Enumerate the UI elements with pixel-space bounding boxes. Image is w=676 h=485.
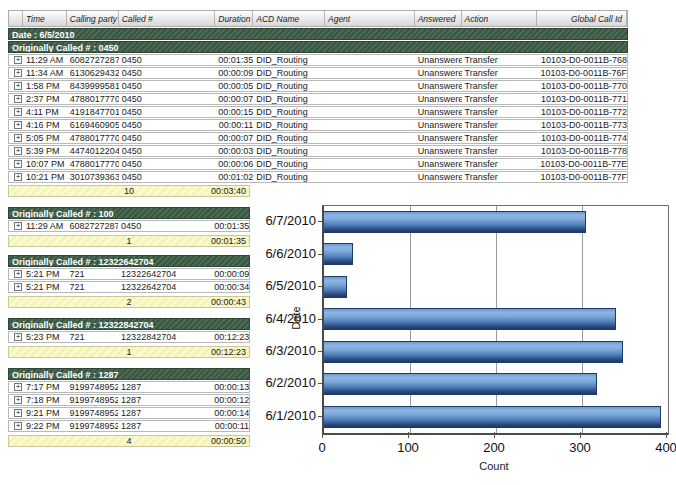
y-axis-tick [318,416,322,417]
expand-icon[interactable]: + [14,409,22,417]
expand-cell: + [9,282,23,292]
expand-cell: + [9,107,23,117]
expand-cell: + [9,408,23,418]
column-header-answered[interactable]: Answered [415,11,462,26]
column-header-acd-name[interactable]: ACD Name [253,11,325,26]
table-row: +10:07 PM4788017770045000:00:06DID_Routi… [8,158,628,170]
expand-icon[interactable]: + [14,283,22,291]
cell-called: 0450 [119,107,216,117]
x-axis-tick-label: 300 [569,440,591,455]
expand-icon[interactable]: + [14,270,22,278]
cell-time: 5:39 PM [23,146,67,156]
summary-duration: 00:03:40 [211,187,246,196]
expand-icon[interactable]: + [14,82,22,90]
table-row: +9:21 PM9199748952128700:00:14 [8,407,250,419]
y-axis-tick [318,254,322,255]
cell-duration: 00:00:05 [215,81,253,91]
expand-icon[interactable]: + [14,333,22,341]
cell-action: Transfer [462,55,538,65]
x-axis-tick [322,432,323,438]
cell-acd-name: DID_Routing [253,107,325,117]
cell-answered: Unanswered [415,55,462,65]
summary-row: 100:12:23 [8,346,250,358]
x-axis-tick-label: 0 [318,440,325,455]
column-header-duration[interactable]: Duration [215,11,253,26]
chart-bar[interactable] [324,406,661,428]
cell-answered: Unanswered [415,172,462,182]
chart-bar[interactable] [324,308,616,330]
cell-time: 1:58 PM [23,81,67,91]
expand-icon[interactable]: + [14,396,22,404]
chart-bar[interactable] [324,373,597,395]
chart-bar[interactable] [324,243,353,265]
cell-duration: 00:00:15 [215,107,253,117]
column-header-calling-party[interactable]: Calling party # [67,11,119,26]
y-axis-label: 6/2/2010 [260,375,316,391]
chart-bar[interactable] [324,276,347,298]
table-row: +5:05 PM4788017770045000:00:07DID_Routin… [8,132,628,144]
cell-called: 1287 [118,395,211,405]
expand-cell: + [9,146,23,156]
cell-duration: 00:00:14 [211,408,249,418]
expand-icon[interactable]: + [14,147,22,155]
column-header-global-call-id[interactable]: Global Call Id [537,11,627,26]
cell-duration: 00:00:03 [215,146,253,156]
cell-acd-name: DID_Routing [253,55,325,65]
chart-bar[interactable] [324,211,586,233]
cell-time: 5:21 PM [23,282,67,292]
expand-icon[interactable]: + [14,173,22,181]
cell-action: Transfer [462,81,538,91]
table-row: +4:11 PM4191847701045000:00:15DID_Routin… [8,106,628,118]
summary-duration: 00:01:35 [211,237,246,246]
summary-row: 1000:03:40 [8,185,250,197]
y-axis-tick [318,351,322,352]
cell-called: 12322642704 [118,282,211,292]
cell-time: 11:29 AM [23,221,67,231]
cell-acd-name: DID_Routing [253,68,325,78]
y-axis-label: 6/7/2010 [260,213,316,229]
column-header-expand [9,11,23,26]
cell-calling-party: 9199748952 [67,408,119,418]
cell-duration: 00:00:09 [211,269,249,279]
cell-action: Transfer [462,146,538,156]
cell-action: Transfer [462,159,538,169]
expand-icon[interactable]: + [14,95,22,103]
cell-action: Transfer [462,172,538,182]
summary-duration: 00:00:43 [211,298,246,307]
expand-icon[interactable]: + [14,69,22,77]
cell-time: 2:37 PM [23,94,67,104]
calls-per-day-chart: Count Date 6/7/20106/6/20106/5/20106/4/2… [260,200,676,485]
expand-icon[interactable]: + [14,422,22,430]
expand-cell: + [9,133,23,143]
cell-calling-party: 4788017770 [67,159,119,169]
expand-icon[interactable]: + [14,222,22,230]
x-axis-title: Count [322,460,666,472]
y-axis-tick [318,319,322,320]
cell-called: 0450 [119,81,216,91]
expand-cell: + [9,159,23,169]
y-axis-label: 6/6/2010 [260,246,316,262]
cell-action: Transfer [462,94,538,104]
group-band: Originally Called # : 12322642704 [8,255,250,267]
expand-icon[interactable]: + [14,56,22,64]
cell-answered: Unanswered [415,68,462,78]
cell-duration: 00:01:35 [215,55,253,65]
column-header-time[interactable]: Time [23,11,67,26]
group-band: Originally Called # : 1287 [8,368,250,380]
expand-icon[interactable]: + [14,121,22,129]
expand-cell: + [9,332,23,342]
column-header-action[interactable]: Action [462,11,538,26]
cell-answered: Unanswered [415,94,462,104]
expand-icon[interactable]: + [14,383,22,391]
cell-action: Transfer [462,68,538,78]
expand-icon[interactable]: + [14,160,22,168]
cell-acd-name: DID_Routing [253,133,325,143]
cell-calling-party: 6169460905 [67,120,119,130]
column-header-agent[interactable]: Agent [325,11,415,26]
column-header-called[interactable]: Called # [119,11,216,26]
chart-bar[interactable] [324,341,623,363]
expand-icon[interactable]: + [14,134,22,142]
expand-icon[interactable]: + [14,108,22,116]
cell-time: 4:11 PM [23,107,67,117]
table-row: +2:37 PM4788017770045000:00:07DID_Routin… [8,93,628,105]
